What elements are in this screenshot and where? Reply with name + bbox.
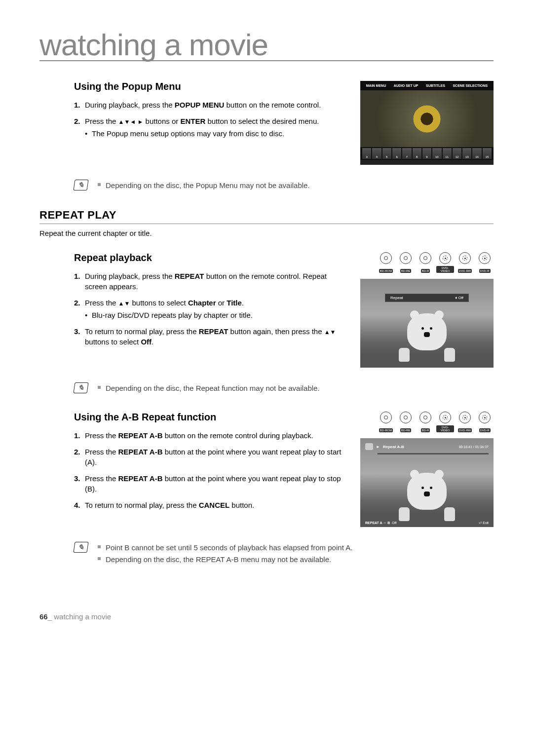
polar-bear-image xyxy=(395,473,459,527)
polar-bear-image xyxy=(395,313,459,368)
clapper-icon xyxy=(365,443,373,450)
thumbnail-strip: 3 4 5 6 7 8 9 10 11 12 13 14 15 xyxy=(360,147,494,160)
step-text: During playback, press the POPUP MENU bu… xyxy=(85,100,345,110)
step-bullet: Blu-ray Disc/DVD repeats play by chapter… xyxy=(85,310,345,320)
popup-menu-heading: Using the Popup Menu xyxy=(74,81,345,92)
repeat-osd-value: ♦ Off xyxy=(455,296,463,300)
step-number: 1. xyxy=(74,100,85,110)
ab-osd-time: 00:18:41 / 01:34:37 xyxy=(459,445,489,449)
step-text: Press the REPEAT A-B button at the point… xyxy=(85,473,345,494)
repeat-screenshot: Repeat ♦ Off xyxy=(360,279,494,368)
step-number: 4. xyxy=(74,500,85,510)
note-icon: ✎ xyxy=(73,542,88,553)
step-number: 1. xyxy=(74,430,85,441)
progress-bar xyxy=(378,453,489,454)
note-icon: ✎ xyxy=(73,180,88,190)
popup-menu-item: MAIN MENU xyxy=(366,84,386,87)
note-text: Depending on the disc, the Popup Menu ma… xyxy=(98,180,310,191)
popup-menu-screenshot: MAIN MENU AUDIO SET UP SUBTITLES SCENE S… xyxy=(360,81,494,165)
step-text: During playback, press the REPEAT button… xyxy=(85,271,345,292)
popup-menu-item: SCENE SELECTIONS xyxy=(453,84,488,87)
ab-osd-bottom-right: ⏎ Exit xyxy=(479,521,489,525)
play-icon: ► xyxy=(376,445,380,449)
repeat-playback-heading: Repeat playback xyxy=(74,252,345,264)
step-text: Press the ▲▼ buttons to select Chapter o… xyxy=(85,298,345,320)
step-number: 1. xyxy=(74,271,85,292)
step-text: To return to normal play, press the REPE… xyxy=(85,326,345,347)
ab-osd-bottom-left: REPEAT A ↔ B Off xyxy=(365,521,396,525)
note-text: Depending on the disc, the REPEAT A-B me… xyxy=(98,554,352,566)
step-text: Press the ▲▼◄ ► buttons or ENTER button … xyxy=(85,116,345,139)
step-text: To return to normal play, press the CANC… xyxy=(85,500,345,510)
ab-repeat-screenshot: ► Repeat A-B 00:18:41 / 01:34:37 REPEAT … xyxy=(360,438,494,527)
step-text: Press the REPEAT A-B button at the point… xyxy=(85,447,345,467)
page-footer: 66_ watching a movie xyxy=(39,612,111,621)
disc-format-icons: BD-ROM BD-RE BD-R DVD-VIDEO DVD-RW DVD-R xyxy=(360,252,494,274)
page-title: watching a movie xyxy=(39,30,494,61)
step-number: 2. xyxy=(74,447,85,467)
popup-menu-item: AUDIO SET UP xyxy=(394,84,419,87)
ab-repeat-heading: Using the A-B Repeat function xyxy=(74,412,345,423)
repeat-play-desc: Repeat the current chapter or title. xyxy=(39,229,494,237)
repeat-osd-label: Repeat xyxy=(390,296,403,300)
repeat-play-heading: REPEAT PLAY xyxy=(39,209,494,224)
note-icon: ✎ xyxy=(73,382,88,393)
step-number: 2. xyxy=(74,116,85,139)
note-text: Depending on the disc, the Repeat functi… xyxy=(98,382,320,394)
step-text: Press the REPEAT A-B button on the remot… xyxy=(85,430,345,441)
step-number: 3. xyxy=(74,473,85,494)
step-bullet: The Popup menu setup options may vary fr… xyxy=(85,128,345,139)
popup-menu-item: SUBTITLES xyxy=(426,84,445,87)
step-number: 3. xyxy=(74,326,85,347)
disc-format-icons: BD-ROM BD-RE BD-R DVD-VIDEO DVD-RW DVD-R xyxy=(360,412,494,433)
note-text: Point B cannot be set until 5 seconds of… xyxy=(98,542,352,554)
ab-osd-title: Repeat A-B xyxy=(383,445,404,449)
step-number: 2. xyxy=(74,298,85,320)
